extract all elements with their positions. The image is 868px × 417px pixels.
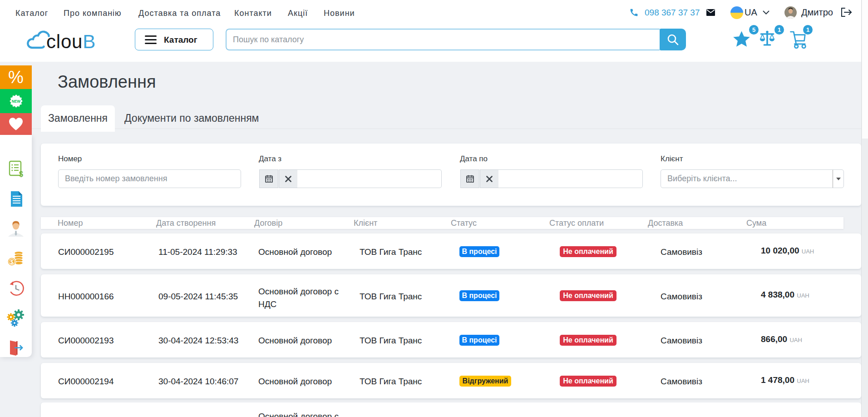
svg-text:$: $ (10, 258, 14, 265)
svg-text:NEW: NEW (11, 99, 20, 104)
svg-text:$: $ (19, 170, 23, 178)
